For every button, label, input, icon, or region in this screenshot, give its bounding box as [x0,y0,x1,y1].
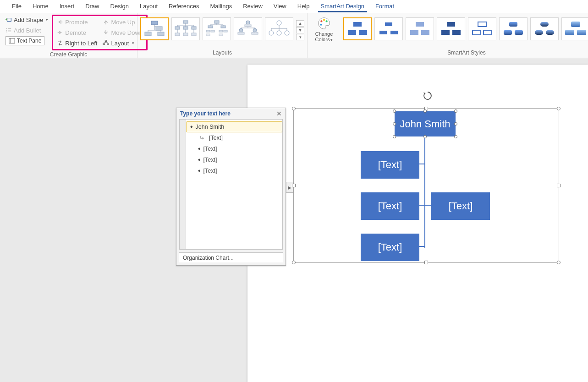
svg-rect-37 [192,33,196,36]
tab-layout[interactable]: Layout [134,1,163,12]
smartart-node-root[interactable]: John Smith [395,111,456,136]
svg-rect-23 [145,32,151,36]
arrow-down-icon [103,29,109,36]
svg-rect-15 [105,40,107,42]
style-option-8[interactable] [561,17,588,40]
tab-view[interactable]: View [268,1,292,12]
demote-button[interactable]: Demote [54,27,100,38]
svg-rect-90 [441,30,450,35]
change-colors-button[interactable]: ChangeColors▾ [310,15,338,42]
chevron-down-icon: ▾ [330,38,333,42]
layouts-scroll-down[interactable]: ▼ [296,27,304,33]
bullet-list-icon [5,27,12,33]
text-pane-item[interactable]: • [Text] [186,143,282,154]
style-option-7[interactable] [530,17,559,40]
tab-file[interactable]: File [6,1,27,12]
smartart-node-text: [Text] [378,159,402,171]
add-shape-button[interactable]: Add Shape ▾ [3,15,51,25]
svg-point-79 [320,24,322,26]
group-label-empty [310,49,338,58]
layout-option-3[interactable] [203,17,231,40]
svg-rect-103 [577,30,586,35]
text-pane-item[interactable]: • John Smith [186,121,282,132]
text-pane-title: Type your text here [180,110,231,117]
highlighted-commands: Promote Demote Right to Left Move Up [52,15,148,50]
text-pane-item[interactable]: • [Text] [186,165,282,176]
tab-draw[interactable]: Draw [80,1,104,12]
tab-review[interactable]: Review [237,1,268,12]
add-bullet-button[interactable]: Add Bullet [3,25,51,35]
svg-rect-88 [421,30,429,35]
svg-rect-80 [353,22,362,27]
style-option-3[interactable] [406,17,434,40]
svg-point-63 [253,28,257,32]
svg-rect-60 [245,25,251,27]
svg-rect-24 [158,32,164,36]
layout-option-5[interactable] [265,17,293,40]
svg-rect-98 [540,22,549,27]
arrow-left-icon [57,19,63,25]
add-shape-label: Add Shape [14,16,43,23]
change-colors-line1: Change [315,31,333,37]
svg-rect-0 [7,18,11,22]
style-option-2[interactable] [374,17,403,40]
svg-rect-64 [252,33,258,34]
svg-rect-85 [390,30,398,35]
svg-rect-33 [183,27,188,29]
promote-button[interactable]: Promote [54,17,100,27]
svg-rect-95 [509,22,517,27]
tab-help[interactable]: Help [292,1,315,12]
smartart-text-pane[interactable]: Type your text here ✕ • John Smith [Text… [176,108,286,266]
swap-icon [57,40,63,46]
svg-rect-35 [175,33,180,36]
smartart-frame[interactable]: John Smith [Text] [Text] [Text] [Text] [293,108,559,263]
style-option-1[interactable] [343,17,372,40]
text-pane-toggle[interactable]: Text Pane [3,36,51,46]
svg-rect-97 [515,30,523,35]
style-option-6[interactable] [499,17,528,40]
text-pane-footer[interactable]: Organization Chart... [179,252,283,262]
style-option-4[interactable] [437,17,465,40]
close-icon[interactable]: ✕ [276,110,282,117]
svg-rect-81 [348,30,356,35]
group-change-colors: ChangeColors▾ [308,13,341,58]
text-pane-item[interactable]: [Text] [186,132,282,143]
smartart-node[interactable]: [Text] [361,151,419,179]
tab-home[interactable]: Home [27,1,54,12]
text-pane-item-text: [Text] [203,157,217,163]
text-pane-item[interactable]: • [Text] [186,154,282,165]
layouts-more[interactable]: ▾ [296,34,304,40]
svg-rect-86 [416,22,424,27]
smartart-node[interactable]: [Text] [431,192,490,220]
text-pane-item-text: [Text] [209,135,223,141]
smartart-node[interactable]: [Text] [361,234,419,261]
ribbon: Add Shape ▾ Add Bullet Text Pane [0,13,588,58]
layout-option-1[interactable] [140,17,169,40]
tab-references[interactable]: References [163,1,204,12]
text-pane-gutter [180,120,186,249]
svg-rect-94 [484,30,492,35]
svg-rect-32 [175,27,180,29]
tab-design[interactable]: Design [105,1,134,12]
group-smartart-styles: SmartArt Styles [341,13,588,58]
tab-insert[interactable]: Insert [54,1,80,12]
text-pane-item-text: John Smith [196,124,225,130]
tab-smartart-design[interactable]: SmartArt Design [315,1,370,12]
svg-rect-34 [192,27,196,29]
layout-option-4[interactable] [234,17,262,40]
layouts-scroll-up[interactable]: ▲ [296,20,304,27]
right-to-left-button[interactable]: Right to Left [54,38,100,48]
chevron-down-icon: ▾ [132,41,134,45]
tab-mailings[interactable]: Mailings [205,1,238,12]
svg-rect-51 [219,30,223,32]
text-pane-list[interactable]: • John Smith [Text] • [Text] • [Text] • [186,120,282,249]
layout-option-2[interactable] [171,17,200,40]
text-pane-item-text: [Text] [203,146,217,152]
svg-rect-100 [546,30,554,35]
rotate-handle-icon[interactable] [422,90,433,101]
tab-format[interactable]: Format [370,1,400,12]
text-pane-label: Text Pane [17,38,41,44]
svg-point-5 [6,32,7,33]
smartart-node[interactable]: [Text] [361,192,419,220]
style-option-5[interactable] [468,17,496,40]
